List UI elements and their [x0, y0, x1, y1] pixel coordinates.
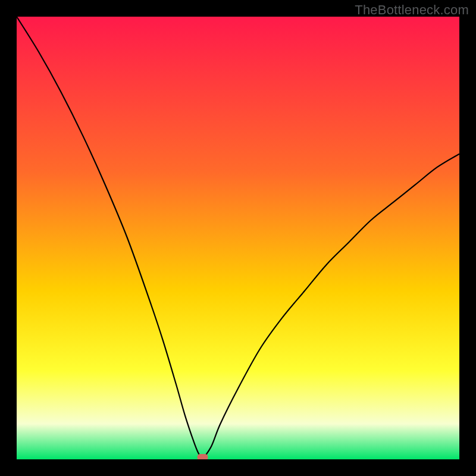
minimum-marker — [197, 454, 208, 459]
plot-area — [17, 17, 459, 459]
watermark-text: TheBottleneck.com — [355, 2, 469, 18]
gradient-background — [17, 17, 459, 459]
chart-svg — [17, 17, 459, 459]
chart-frame: TheBottleneck.com — [0, 0, 476, 476]
